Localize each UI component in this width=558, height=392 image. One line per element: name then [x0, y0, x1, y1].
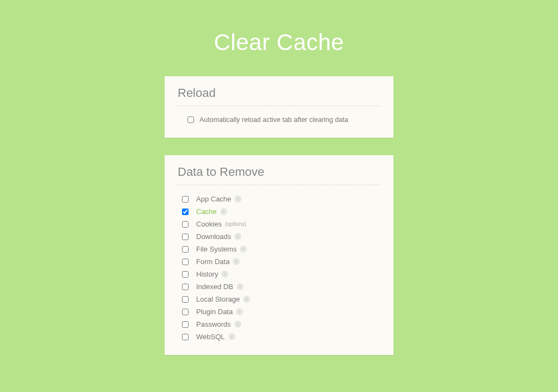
data-section-title: Data to Remove [178, 165, 380, 185]
auto-reload-option: Automatically reload active tab after cl… [178, 114, 380, 126]
data-item-label[interactable]: App Cache [196, 195, 231, 203]
data-item-label[interactable]: File Systems [196, 245, 236, 253]
info-icon[interactable]: i [234, 233, 241, 240]
list-item: Indexed DBi [182, 280, 380, 293]
data-item-checkbox[interactable] [182, 309, 189, 315]
data-to-remove-card: Data to Remove App CacheiCacheiCookies(o… [165, 155, 393, 355]
reload-card: Reload Automatically reload active tab a… [165, 76, 393, 138]
info-icon[interactable]: i [220, 208, 227, 215]
page-title: Clear Cache [0, 29, 558, 56]
info-icon[interactable]: i [221, 271, 228, 278]
list-item: Cookies(options) [182, 218, 380, 230]
list-item: Downloadsi [182, 230, 380, 243]
list-item: WebSQLi [182, 330, 380, 343]
list-item: File Systemsi [182, 243, 380, 255]
list-item: Cachei [182, 205, 380, 218]
reload-section-title: Reload [178, 86, 380, 106]
info-icon[interactable]: i [233, 258, 240, 265]
data-item-label[interactable]: Form Data [196, 258, 229, 266]
data-item-checkbox[interactable] [182, 271, 189, 278]
data-item-checkbox[interactable] [182, 259, 189, 265]
data-item-checkbox[interactable] [182, 284, 189, 290]
data-item-checkbox[interactable] [182, 196, 189, 203]
data-remove-list: App CacheiCacheiCookies(options)Download… [178, 193, 380, 343]
list-item: App Cachei [182, 193, 380, 205]
options-link[interactable]: (options) [225, 221, 246, 227]
info-icon[interactable]: i [234, 321, 241, 328]
data-item-label[interactable]: Cache [196, 207, 217, 216]
info-icon[interactable]: i [243, 296, 250, 303]
data-item-checkbox[interactable] [182, 334, 189, 340]
data-item-checkbox[interactable] [182, 234, 189, 240]
data-item-label[interactable]: Passwords [196, 320, 231, 328]
auto-reload-checkbox[interactable] [187, 117, 194, 123]
info-icon[interactable]: i [236, 308, 243, 315]
data-item-checkbox[interactable] [182, 296, 189, 303]
data-item-label[interactable]: Plugin Data [196, 308, 233, 316]
auto-reload-label[interactable]: Automatically reload active tab after cl… [199, 116, 348, 124]
data-item-checkbox[interactable] [182, 321, 189, 328]
list-item: Historyi [182, 268, 380, 280]
data-item-checkbox[interactable] [182, 209, 189, 215]
list-item: Local Storagei [182, 293, 380, 305]
header: .logo svg:first-child { display:none; } … [0, 0, 558, 65]
data-item-checkbox[interactable] [182, 246, 189, 253]
data-item-label[interactable]: WebSQL [196, 333, 225, 341]
list-item: Plugin Datai [182, 305, 380, 318]
data-item-checkbox[interactable] [182, 221, 189, 228]
list-item: Passwordsi [182, 318, 380, 330]
info-icon[interactable]: i [234, 195, 241, 203]
info-icon[interactable]: i [228, 333, 235, 340]
data-item-label[interactable]: History [196, 270, 218, 278]
data-item-label[interactable]: Cookies [196, 220, 222, 228]
info-icon[interactable]: i [240, 246, 247, 253]
data-item-label[interactable]: Downloads [196, 232, 231, 241]
data-item-label[interactable]: Indexed DB [196, 283, 233, 291]
list-item: Form Datai [182, 255, 380, 268]
data-item-label[interactable]: Local Storage [196, 295, 240, 303]
info-icon[interactable]: i [236, 283, 244, 290]
